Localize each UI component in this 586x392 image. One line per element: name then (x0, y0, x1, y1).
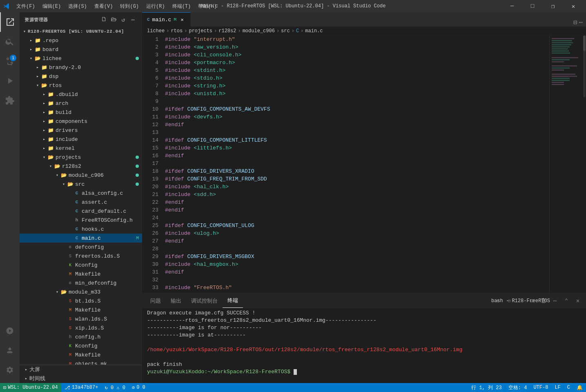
tree-item-freertos-lds[interactable]: S freertos.lds.S (20, 252, 142, 261)
tree-item-makefile3[interactable]: M Makefile (20, 350, 142, 359)
breadcrumb-r128s2[interactable]: r128s2 (218, 28, 236, 34)
tree-item-arch[interactable]: 📁 arch (20, 99, 142, 108)
source-control-activity-icon[interactable]: 1 (0, 51, 20, 71)
more-terminal-icon[interactable]: ⋯ (550, 296, 560, 306)
breadcrumb-c-icon[interactable]: C (296, 28, 299, 34)
tree-root[interactable]: R128-FREERTOS [WSL: UBUNTU-22.04] (20, 27, 142, 36)
maximize-panel-icon[interactable]: ⌃ (561, 296, 571, 306)
tree-item-kconfig2[interactable]: K Kconfig (20, 341, 142, 350)
tree-item-assert[interactable]: C assert.c (20, 198, 142, 207)
tree-item-wlan-lds[interactable]: S wlan.lds.S (20, 314, 142, 323)
tree-item-kconfig[interactable]: K Kconfig (20, 261, 142, 270)
remote-activity-icon[interactable] (0, 321, 20, 341)
tree-item-main[interactable]: C main.c M (20, 234, 142, 243)
tree-item-config-h[interactable]: h config.h (20, 332, 142, 341)
menu-goto[interactable]: 转到(G) (117, 2, 142, 11)
close-panel-icon[interactable]: ✕ (573, 296, 583, 306)
status-line-ending[interactable]: LF (551, 383, 564, 392)
status-errors[interactable]: ⊘ 0 0 (129, 383, 149, 392)
tree-item-module-c906[interactable]: 📂 module_c906 (20, 171, 142, 180)
tree-item-drivers[interactable]: 📁 drivers (20, 126, 142, 135)
panel-tab-debug[interactable]: 调试控制台 (186, 294, 223, 308)
tree-item-makefile2[interactable]: M Makefile (20, 305, 142, 314)
tree-item-xip-lds[interactable]: S xip.lds.S (20, 323, 142, 332)
menu-view[interactable]: 查看(V) (91, 2, 116, 11)
split-terminal-icon[interactable]: ⊡ (527, 296, 537, 306)
status-git[interactable]: ⎇ 13a47b87+ (61, 383, 102, 392)
terminal-content[interactable]: Dragon execute image.cfg SUCCESS ! -----… (142, 308, 586, 383)
more-actions-icon[interactable]: ⋯ (579, 18, 583, 27)
breadcrumb-src[interactable]: src (281, 28, 290, 34)
menu-edit[interactable]: 编辑(E) (39, 2, 65, 11)
account-activity-icon[interactable] (0, 341, 20, 360)
tree-item-objects-mk[interactable]: M objects.mk (20, 359, 142, 365)
tree-section-timeline[interactable]: 时间线 (20, 374, 142, 383)
panel-tab-terminal[interactable]: 终端 (223, 294, 243, 308)
tree-item-board[interactable]: 📁 board (20, 45, 142, 54)
tree-item-hooks[interactable]: C hooks.c (20, 225, 142, 234)
minimap[interactable] (549, 36, 586, 293)
tree-item-bt-lds[interactable]: S bt.lds.S (20, 296, 142, 305)
tree-item-repo[interactable]: 📁 .repo (20, 36, 142, 45)
code-line-3: #include <cli_console.h> (165, 51, 546, 59)
status-notifications[interactable]: 🔔 (573, 383, 586, 392)
tree-item-brandy[interactable]: 📁 brandy-2.0 (20, 63, 142, 72)
tab-close-button[interactable]: ✕ (179, 16, 185, 23)
tree-item-include[interactable]: 📁 include (20, 135, 142, 144)
menu-terminal[interactable]: 终端(T) (169, 2, 194, 11)
tree-item-build[interactable]: 📁 build (20, 108, 142, 117)
breadcrumb-rtos[interactable]: rtos (171, 28, 183, 34)
settings-activity-icon[interactable] (0, 360, 20, 380)
run-activity-icon[interactable] (0, 71, 20, 91)
tab-main-c[interactable]: C main.c M ✕ (142, 12, 191, 27)
svg-rect-15 (552, 74, 575, 75)
tree-item-src[interactable]: 📂 src (20, 180, 142, 189)
split-editor-icon[interactable]: ⊟ (573, 18, 577, 27)
tree-item-card-default[interactable]: C card_default.c (20, 207, 142, 216)
panel-tab-output[interactable]: 输出 (166, 294, 186, 308)
tree-item-components[interactable]: 📁 components (20, 117, 142, 126)
breadcrumb-module-c906[interactable]: module_c906 (243, 28, 275, 34)
tree-item-projects[interactable]: 📂 projects (20, 153, 142, 162)
explorer-activity-icon[interactable] (0, 12, 20, 32)
tree-item-r128s2[interactable]: 📂 r128s2 (20, 162, 142, 171)
kill-terminal-icon[interactable]: 🗑 (539, 296, 548, 306)
refresh-icon[interactable]: ↺ (119, 16, 127, 24)
menu-file[interactable]: 文件(F) (13, 2, 38, 11)
tree-item-kernel[interactable]: 📁 kernel (20, 144, 142, 153)
tree-item-alsa-config[interactable]: C alsa_config.c (20, 189, 142, 198)
code-line-11: #include <devfs.h> (165, 113, 546, 121)
breadcrumb-main-c[interactable]: main.c (305, 28, 323, 34)
tree-item-rtos[interactable]: 📂 rtos (20, 81, 142, 90)
tree-item-dbuild[interactable]: 📁 .dbuild (20, 90, 142, 99)
new-folder-icon[interactable]: 🗁 (109, 16, 118, 24)
tree-item-defconfig[interactable]: ⚙ defconfig (20, 243, 142, 252)
maximize-button[interactable]: □ (523, 0, 542, 12)
status-wsl[interactable]: ⊡ WSL: Ubuntu-22.04 (0, 383, 61, 392)
menu-select[interactable]: 选择(S) (65, 2, 90, 11)
panel-tab-problems[interactable]: 问题 (145, 294, 166, 308)
breadcrumb-projects[interactable]: projects (189, 28, 212, 34)
extensions-activity-icon[interactable] (0, 91, 20, 110)
minimize-button[interactable]: ─ (503, 0, 521, 12)
status-encoding[interactable]: UTF-8 (530, 383, 551, 392)
status-language[interactable]: C (564, 383, 573, 392)
tree-item-makefile[interactable]: M Makefile (20, 270, 142, 278)
tree-item-freertos-config[interactable]: h FreeRTOSConfig.h (20, 216, 142, 225)
tree-item-min-defconfig[interactable]: ⚙ min_defconfig (20, 278, 142, 287)
tree-section-daping[interactable]: 大屏 (20, 365, 142, 374)
search-activity-icon[interactable] (0, 32, 20, 51)
status-position[interactable]: 行 1, 列 23 (468, 383, 505, 392)
code-editor[interactable]: #include "interrupt.h" #include <aw_vers… (162, 36, 549, 293)
status-sync[interactable]: ↻ 0 ⚠ 0 (101, 383, 128, 392)
new-file-icon[interactable]: 🗋 (100, 16, 108, 24)
status-spaces[interactable]: 空格: 4 (505, 383, 530, 392)
tree-item-module-m33[interactable]: 📂 module_m33 (20, 287, 142, 296)
close-button[interactable]: ✕ (564, 0, 583, 12)
collapse-all-icon[interactable]: ⋯ (129, 16, 137, 24)
menu-run[interactable]: 运行(R) (143, 2, 168, 11)
tree-item-lichee[interactable]: 📂 lichee (20, 54, 142, 63)
restore-button[interactable]: ❐ (544, 0, 562, 12)
breadcrumb-lichee[interactable]: lichee (147, 28, 165, 34)
tree-item-dsp[interactable]: 📁 dsp (20, 72, 142, 81)
